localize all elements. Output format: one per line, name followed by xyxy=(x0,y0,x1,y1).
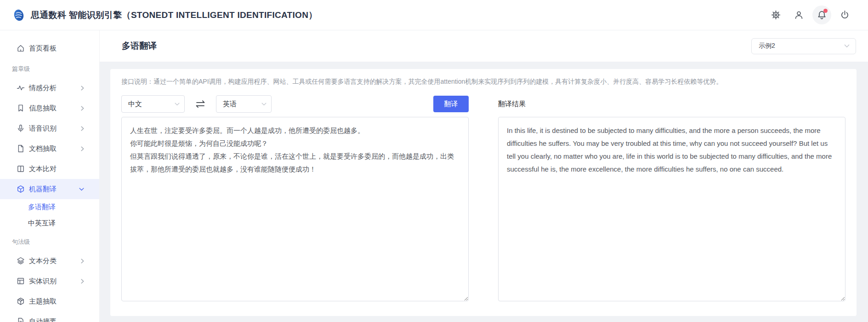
cube-icon xyxy=(17,185,25,193)
chevron-right-icon xyxy=(81,146,84,151)
target-language-value: 英语 xyxy=(223,100,237,109)
example-select-value: 示例2 xyxy=(759,42,775,50)
app-window: 思通数科 智能识别引擎（STONEDT INTELLIGENT IDENTIFI… xyxy=(0,0,868,322)
translation-result-output[interactable]: In this life, it is destined to be subje… xyxy=(498,117,845,301)
chevron-right-icon xyxy=(81,106,84,111)
file-icon xyxy=(17,144,25,153)
table-icon xyxy=(17,277,25,285)
sidebar: 首页看板 篇章级 情感分析 xyxy=(0,30,100,322)
controls-right: 翻译结果 xyxy=(498,95,845,113)
editors-row: 人生在世，注定要受许多委屈。而一个人越是成功，他所遭受的委屈也越多。 你可能此时… xyxy=(121,117,845,301)
chevron-right-icon xyxy=(81,279,84,284)
brand-logo-icon xyxy=(12,9,25,22)
source-language-select[interactable]: 中文 xyxy=(121,95,185,113)
sidebar-item-label: 文本分类 xyxy=(29,257,81,265)
home-icon xyxy=(17,44,25,52)
sidebar-item-label: 首页看板 xyxy=(29,44,84,53)
sidebar-item-text-compare[interactable]: 文本比对 xyxy=(0,159,99,179)
sidebar-item-label: 自动摘要 xyxy=(29,317,84,322)
layers-icon xyxy=(17,257,25,265)
page-header: 多语翻译 示例2 xyxy=(100,30,868,62)
chevron-down-icon xyxy=(175,103,180,106)
notification-badge xyxy=(823,9,828,13)
main-area: 多语翻译 示例2 接口说明：通过一个简单的API调用，构建应用程序、网站、工具或… xyxy=(100,30,868,322)
app-title: 思通数科 智能识别引擎（STONEDT INTELLIGENT IDENTIFI… xyxy=(31,9,318,21)
topbar-actions xyxy=(766,6,854,24)
sidebar-item-label: 文档抽取 xyxy=(29,144,81,153)
sidebar-item-label: 机器翻译 xyxy=(29,185,79,194)
page-title: 多语翻译 xyxy=(122,40,157,52)
controls-left: 中文 xyxy=(121,95,469,113)
content-area: 接口说明：通过一个简单的API调用，构建应用程序、网站、工具或任何需要多语言支持… xyxy=(100,62,868,322)
sidebar-section-chapter: 篇章级 xyxy=(0,58,99,78)
sidebar-item-label: 信息抽取 xyxy=(29,104,81,113)
notifications-button[interactable] xyxy=(812,6,831,24)
sidebar-item-text-classification[interactable]: 文本分类 xyxy=(0,251,99,271)
source-language-value: 中文 xyxy=(128,100,142,109)
sidebar-section-sentence: 句法级 xyxy=(0,231,99,251)
translation-card: 接口说明：通过一个简单的API调用，构建应用程序、网站、工具或任何需要多语言支持… xyxy=(110,69,857,316)
api-description: 接口说明：通过一个简单的API调用，构建应用程序、网站、工具或任何需要多语言支持… xyxy=(121,77,845,86)
bookmark-icon xyxy=(17,104,25,112)
gear-icon xyxy=(771,10,781,20)
top-header: 思通数科 智能识别引擎（STONEDT INTELLIGENT IDENTIFI… xyxy=(0,0,868,30)
example-select[interactable]: 示例2 xyxy=(751,38,856,54)
sidebar-item-home[interactable]: 首页看板 xyxy=(0,38,99,58)
sidebar-item-auto-summary[interactable]: 自动摘要 xyxy=(0,311,99,322)
target-language-select[interactable]: 英语 xyxy=(216,95,272,113)
sidebar-subitem-label: 多语翻译 xyxy=(28,203,56,212)
power-icon xyxy=(840,10,850,20)
chevron-down-icon xyxy=(844,44,850,48)
sidebar-item-label: 主题抽取 xyxy=(29,297,84,306)
sidebar-item-document-extraction[interactable]: 文档抽取 xyxy=(0,138,99,159)
sidebar-item-entity-recognition[interactable]: 实体识别 xyxy=(0,271,99,291)
sidebar-item-label: 语音识别 xyxy=(29,124,81,133)
user-account-button[interactable] xyxy=(789,6,808,24)
settings-button[interactable] xyxy=(766,6,785,24)
microphone-icon xyxy=(17,124,25,132)
sidebar-item-label: 文本比对 xyxy=(29,165,84,173)
sidebar-subitem-multilang-translation[interactable]: 多语翻译 xyxy=(0,199,99,215)
sidebar-item-machine-translation[interactable]: 机器翻译 xyxy=(0,179,99,199)
swap-languages-icon[interactable] xyxy=(195,99,206,109)
pulse-icon xyxy=(17,84,25,92)
chevron-down-icon xyxy=(79,188,84,191)
sidebar-item-topic-extraction[interactable]: 主题抽取 xyxy=(0,291,99,311)
chevron-right-icon xyxy=(81,86,84,91)
logout-button[interactable] xyxy=(835,6,854,24)
file-text-icon xyxy=(17,317,25,322)
result-label: 翻译结果 xyxy=(498,100,526,109)
sidebar-item-sentiment[interactable]: 情感分析 xyxy=(0,78,99,98)
sidebar-item-info-extraction[interactable]: 信息抽取 xyxy=(0,98,99,118)
user-icon xyxy=(794,10,804,20)
sidebar-item-speech-recognition[interactable]: 语音识别 xyxy=(0,118,99,138)
controls-row: 中文 xyxy=(121,95,845,113)
source-text-input[interactable]: 人生在世，注定要受许多委屈。而一个人越是成功，他所遭受的委屈也越多。 你可能此时… xyxy=(121,117,469,301)
columns-icon xyxy=(17,165,25,173)
chevron-right-icon xyxy=(81,259,84,264)
translate-button[interactable]: 翻译 xyxy=(433,96,469,112)
chevron-right-icon xyxy=(81,126,84,131)
chevron-down-icon xyxy=(261,103,267,106)
sidebar-subitem-label: 中英互译 xyxy=(28,219,56,228)
sidebar-subitem-zh-en-translation[interactable]: 中英互译 xyxy=(0,215,99,231)
package-icon xyxy=(17,297,25,305)
sidebar-item-label: 实体识别 xyxy=(29,277,81,286)
sidebar-item-label: 情感分析 xyxy=(29,84,81,92)
